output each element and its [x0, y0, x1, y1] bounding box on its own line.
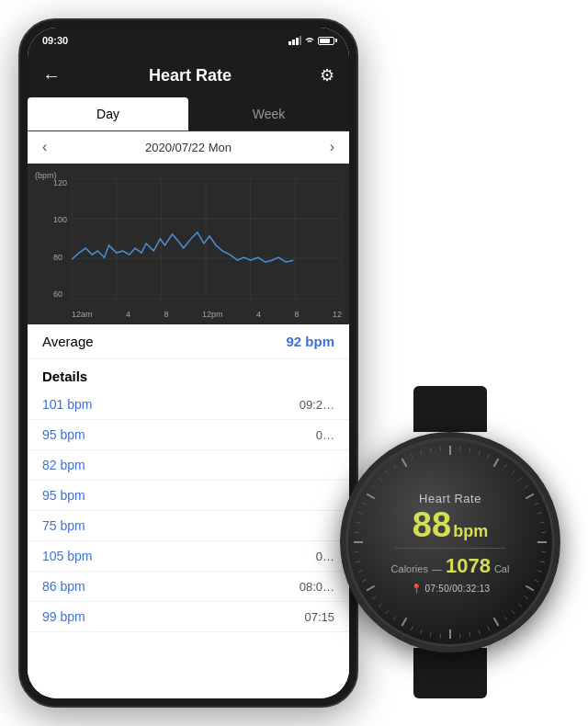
watch-cal-dash: —: [432, 563, 442, 574]
heart-rate-chart: [72, 178, 342, 300]
tab-day[interactable]: Day: [28, 97, 188, 130]
detail-bpm: 86 bpm: [42, 579, 85, 594]
watch-cal-label: Calories: [391, 563, 428, 574]
watch-body: Heart Rate 88 bpm Calories — 1078 Cal 📍: [340, 432, 560, 652]
y-tick-100: 100: [53, 215, 67, 224]
watch-bpm-unit: bpm: [453, 522, 488, 541]
detail-bpm: 105 bpm: [42, 549, 92, 563]
gear-icon[interactable]: ⚙: [320, 65, 334, 85]
list-item[interactable]: 95 bpm 0…: [28, 420, 349, 450]
list-item[interactable]: 82 bpm: [28, 450, 349, 481]
prev-date-button[interactable]: ‹: [42, 139, 47, 155]
x-tick-8a: 8: [164, 310, 168, 319]
list-item[interactable]: 101 bpm 09:2…: [28, 390, 349, 420]
watch-calories-row: Calories — 1078 Cal: [391, 554, 510, 578]
watch-coords: 07:50/00:32:13: [425, 584, 491, 594]
average-label: Average: [42, 334, 94, 349]
watch: Heart Rate 88 bpm Calories — 1078 Cal 📍: [322, 395, 579, 689]
next-date-button[interactable]: ›: [330, 139, 334, 155]
list-item[interactable]: 75 bpm: [28, 511, 349, 541]
x-tick-8p: 8: [294, 310, 299, 319]
list-item[interactable]: 105 bpm 0…: [28, 541, 349, 572]
chart-area: (bpm) 120 100 80 60: [28, 164, 349, 324]
watch-title: Heart Rate: [419, 492, 481, 505]
detail-bpm: 101 bpm: [42, 397, 92, 412]
tabs: Day Week: [28, 97, 349, 131]
back-button[interactable]: ←: [42, 65, 61, 86]
signal-icon: [288, 36, 301, 45]
tab-week[interactable]: Week: [188, 97, 349, 130]
watch-location-row: 📍 07:50/00:32:13: [411, 584, 491, 594]
date-nav: ‹ 2020/07/22 Mon ›: [28, 131, 349, 164]
y-tick-80: 80: [53, 253, 67, 262]
details-section: Details 101 bpm 09:2… 95 bpm 0… 82 bpm: [28, 359, 349, 698]
list-item[interactable]: 86 bpm 08:0…: [28, 572, 349, 602]
app-bar: ← Heart Rate ⚙: [28, 53, 349, 97]
svg-line-29: [541, 532, 546, 533]
svg-line-31: [541, 551, 546, 552]
details-title: Details: [28, 359, 349, 390]
x-tick-4a: 4: [126, 310, 130, 319]
svg-rect-1: [292, 40, 295, 45]
detail-bpm: 75 bpm: [42, 518, 85, 533]
list-item[interactable]: 95 bpm: [28, 481, 349, 511]
status-icons: [288, 36, 334, 45]
watch-divider: [395, 548, 505, 549]
watch-cal-value: 1078: [446, 554, 491, 578]
average-value: 92 bpm: [286, 334, 334, 349]
detail-bpm: 82 bpm: [42, 458, 85, 472]
detail-bpm: 99 bpm: [42, 609, 85, 624]
x-tick-12pm: 12pm: [202, 310, 223, 319]
content: ‹ 2020/07/22 Mon › (bpm) 120 100 80 60: [28, 131, 349, 698]
app-title: Heart Rate: [149, 66, 232, 85]
chart-y-ticks: 120 100 80 60: [53, 178, 67, 299]
detail-bpm: 95 bpm: [42, 427, 85, 442]
y-tick-120: 120: [53, 178, 67, 187]
svg-line-44: [459, 633, 460, 638]
wifi-icon: [304, 36, 315, 45]
phone: 09:30: [18, 18, 358, 708]
status-bar: 09:30: [28, 28, 349, 53]
detail-bpm: 95 bpm: [42, 488, 85, 503]
battery-icon: [318, 37, 334, 45]
date-label: 2020/07/22 Mon: [145, 141, 232, 154]
status-time: 09:30: [42, 35, 68, 46]
x-tick-12am: 12am: [72, 310, 93, 319]
x-tick-4p: 4: [256, 310, 261, 319]
x-tick-12: 12: [333, 310, 342, 319]
watch-bpm-value: 88: [413, 507, 451, 542]
pin-icon: 📍: [411, 584, 422, 594]
y-tick-60: 60: [53, 289, 67, 299]
watch-face: Heart Rate 88 bpm Calories — 1078 Cal 📍: [358, 450, 542, 634]
svg-rect-2: [296, 38, 299, 45]
watch-cal-unit: Cal: [494, 563, 510, 574]
svg-rect-0: [288, 41, 291, 45]
list-item[interactable]: 99 bpm 07:15: [28, 602, 349, 632]
watch-outer: Heart Rate 88 bpm Calories — 1078 Cal 📍: [331, 423, 570, 662]
svg-rect-3: [300, 36, 301, 45]
chart-x-ticks: 12am 4 8 12pm 4 8 12: [72, 310, 342, 319]
svg-line-46: [440, 633, 441, 638]
average-row: Average 92 bpm: [28, 324, 349, 359]
